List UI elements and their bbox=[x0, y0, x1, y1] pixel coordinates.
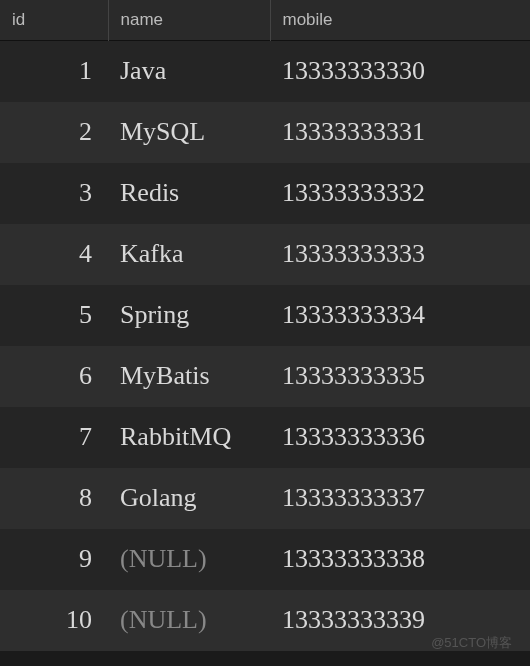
cell-id[interactable]: 9 bbox=[0, 529, 108, 590]
table-row[interactable]: 8Golang13333333337 bbox=[0, 468, 530, 529]
cell-id[interactable]: 4 bbox=[0, 224, 108, 285]
cell-mobile[interactable]: 13333333334 bbox=[270, 285, 530, 346]
table-row[interactable]: 4Kafka13333333333 bbox=[0, 224, 530, 285]
cell-id[interactable]: 1 bbox=[0, 41, 108, 102]
column-header-name[interactable]: name bbox=[108, 0, 270, 41]
cell-name[interactable]: MySQL bbox=[108, 102, 270, 163]
cell-name[interactable]: (NULL) bbox=[108, 590, 270, 651]
cell-id[interactable]: 10 bbox=[0, 590, 108, 651]
table-header-row: id name mobile bbox=[0, 0, 530, 41]
cell-mobile[interactable]: 13333333336 bbox=[270, 407, 530, 468]
column-header-id[interactable]: id bbox=[0, 0, 108, 41]
cell-id[interactable]: 3 bbox=[0, 163, 108, 224]
table-row[interactable]: 3Redis13333333332 bbox=[0, 163, 530, 224]
table-row[interactable]: 10(NULL)13333333339 bbox=[0, 590, 530, 651]
cell-mobile[interactable]: 13333333338 bbox=[270, 529, 530, 590]
table-row[interactable]: 7RabbitMQ13333333336 bbox=[0, 407, 530, 468]
cell-mobile[interactable]: 13333333331 bbox=[270, 102, 530, 163]
table-row[interactable]: 5Spring13333333334 bbox=[0, 285, 530, 346]
table-row[interactable]: 9(NULL)13333333338 bbox=[0, 529, 530, 590]
table-row[interactable]: 6MyBatis13333333335 bbox=[0, 346, 530, 407]
cell-name[interactable]: Spring bbox=[108, 285, 270, 346]
cell-mobile[interactable]: 13333333337 bbox=[270, 468, 530, 529]
cell-id[interactable]: 2 bbox=[0, 102, 108, 163]
cell-mobile[interactable]: 13333333330 bbox=[270, 41, 530, 102]
table-row[interactable]: 1Java13333333330 bbox=[0, 41, 530, 102]
data-table: id name mobile 1Java133333333302MySQL133… bbox=[0, 0, 530, 651]
cell-id[interactable]: 8 bbox=[0, 468, 108, 529]
cell-mobile[interactable]: 13333333335 bbox=[270, 346, 530, 407]
cell-mobile[interactable]: 13333333339 bbox=[270, 590, 530, 651]
cell-id[interactable]: 6 bbox=[0, 346, 108, 407]
cell-name[interactable]: (NULL) bbox=[108, 529, 270, 590]
cell-id[interactable]: 5 bbox=[0, 285, 108, 346]
cell-name[interactable]: RabbitMQ bbox=[108, 407, 270, 468]
cell-mobile[interactable]: 13333333333 bbox=[270, 224, 530, 285]
cell-mobile[interactable]: 13333333332 bbox=[270, 163, 530, 224]
cell-name[interactable]: Java bbox=[108, 41, 270, 102]
cell-name[interactable]: Kafka bbox=[108, 224, 270, 285]
cell-name[interactable]: MyBatis bbox=[108, 346, 270, 407]
column-header-mobile[interactable]: mobile bbox=[270, 0, 530, 41]
cell-name[interactable]: Redis bbox=[108, 163, 270, 224]
table-body: 1Java133333333302MySQL133333333313Redis1… bbox=[0, 41, 530, 651]
cell-name[interactable]: Golang bbox=[108, 468, 270, 529]
cell-id[interactable]: 7 bbox=[0, 407, 108, 468]
table-row[interactable]: 2MySQL13333333331 bbox=[0, 102, 530, 163]
